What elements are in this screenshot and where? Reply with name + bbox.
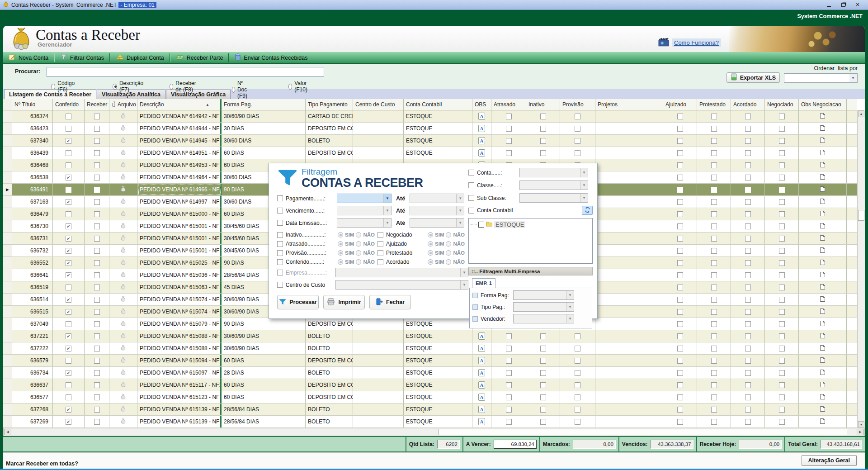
cell-descricao[interactable]: PEDIDO VENDA Nº 614944 - NF: 35... bbox=[137, 123, 222, 134]
cell-receber[interactable] bbox=[85, 342, 109, 354]
atrasado-checkbox[interactable] bbox=[277, 241, 283, 247]
cell-acordado[interactable] bbox=[731, 147, 765, 159]
cell-obs-negociacao[interactable] bbox=[799, 294, 847, 305]
cell-ajuizado[interactable] bbox=[663, 367, 697, 379]
cell-protestado[interactable] bbox=[697, 391, 731, 403]
cell-acordado[interactable] bbox=[731, 391, 765, 403]
provisao-checkbox[interactable] bbox=[575, 346, 580, 351]
cell-centro-custo[interactable] bbox=[353, 147, 404, 159]
inativo-checkbox[interactable] bbox=[540, 126, 546, 132]
ajuizado-checkbox[interactable] bbox=[677, 138, 683, 144]
ajuizado-checkbox[interactable] bbox=[677, 321, 683, 327]
receber-checkbox[interactable] bbox=[94, 333, 100, 339]
cell-protestado[interactable] bbox=[697, 233, 731, 244]
cell-receber[interactable] bbox=[85, 135, 109, 147]
cell-protestado[interactable] bbox=[697, 245, 731, 256]
cell-titulo[interactable]: 636538 bbox=[12, 171, 53, 183]
cell-arquivo[interactable] bbox=[109, 391, 137, 403]
tree-node-checkbox[interactable] bbox=[478, 222, 484, 228]
cell-ajuizado[interactable] bbox=[663, 269, 697, 281]
cell-conferido[interactable] bbox=[53, 379, 85, 391]
nao-radio[interactable] bbox=[356, 232, 361, 237]
cell-receber[interactable] bbox=[85, 171, 109, 183]
cell-descricao[interactable]: PEDIDO VENDA Nº 615074 - NF: 35... bbox=[137, 306, 222, 318]
cell-acordado[interactable] bbox=[731, 171, 765, 183]
data-emissa-o-from-dropdown[interactable]: ▼ bbox=[337, 218, 392, 228]
cell-tipo-pagamento[interactable]: BOLETO bbox=[306, 330, 353, 342]
search-radio-descric-a-o-f7[interactable]: Descrição (F7) bbox=[113, 80, 145, 93]
cell-descricao[interactable]: PEDIDO VENDA Nº 615001 - NF: 35... bbox=[137, 220, 222, 232]
cell-protestado[interactable] bbox=[697, 110, 731, 122]
conferido-checkbox[interactable]: ✔ bbox=[66, 407, 71, 413]
cell-centro-custo[interactable] bbox=[353, 342, 404, 354]
cell-arquivo[interactable] bbox=[109, 404, 137, 415]
cell-titulo[interactable]: 636468 bbox=[12, 159, 53, 171]
ajuizado-checkbox[interactable] bbox=[677, 394, 683, 400]
cell-arquivo[interactable] bbox=[109, 330, 137, 342]
negociado-checkbox[interactable] bbox=[779, 187, 785, 193]
cell-negociado[interactable] bbox=[765, 123, 799, 134]
ajuizado-checkbox[interactable] bbox=[677, 260, 683, 266]
cell-protestado[interactable] bbox=[697, 171, 731, 183]
cell-ajuizado[interactable] bbox=[663, 135, 697, 147]
receber-checkbox[interactable] bbox=[94, 211, 100, 217]
cell-negociado[interactable] bbox=[765, 404, 799, 415]
cell-tipo-pagamento[interactable]: DEPOSITO EM CO... bbox=[306, 379, 353, 391]
tipo-pag-dropdown[interactable]: ▼ bbox=[513, 302, 574, 312]
cell-obs-negociacao[interactable] bbox=[799, 184, 847, 195]
column-header-atrasado[interactable]: Atrasado bbox=[491, 99, 526, 110]
acordado-checkbox[interactable] bbox=[745, 272, 751, 278]
table-row[interactable]: 636577PEDIDO VENDA Nº 615123 - NF: 35...… bbox=[3, 391, 857, 404]
search-input[interactable] bbox=[47, 67, 324, 77]
cell-protestado[interactable] bbox=[697, 306, 731, 318]
cell-negociado[interactable] bbox=[765, 391, 799, 403]
sim-radio[interactable] bbox=[338, 250, 343, 256]
receber-checkbox[interactable] bbox=[94, 309, 100, 315]
cell-conferido[interactable]: ✔ bbox=[53, 330, 85, 342]
tab-listagem-de-contas-a-receber[interactable]: Listagem de Contas a Receber bbox=[4, 89, 96, 99]
cell-negociado[interactable] bbox=[765, 306, 799, 318]
receber-checkbox[interactable] bbox=[94, 285, 100, 290]
cell-descricao[interactable]: PEDIDO VENDA Nº 615000 - NF: 35... bbox=[137, 208, 222, 220]
cell-receber[interactable] bbox=[85, 245, 109, 256]
negociado-checkbox[interactable] bbox=[779, 358, 785, 364]
table-row[interactable]: 637221✔PEDIDO VENDA Nº 615088 - NF: 35..… bbox=[3, 330, 857, 342]
cell-protestado[interactable] bbox=[697, 294, 731, 305]
acordado-checkbox[interactable] bbox=[745, 297, 751, 303]
protestado-checkbox[interactable] bbox=[711, 150, 717, 156]
cell-conta-contabil[interactable]: ESTOQUE bbox=[404, 318, 472, 330]
scroll-up-icon[interactable]: ▲ bbox=[858, 110, 864, 117]
obs-note-icon[interactable]: A bbox=[478, 418, 485, 425]
acordado-checkbox[interactable] bbox=[745, 309, 751, 315]
cell-centro-custo[interactable] bbox=[353, 367, 404, 379]
negociado-checkbox[interactable] bbox=[779, 285, 785, 290]
cell-inativo[interactable] bbox=[526, 416, 560, 427]
obs-note-icon[interactable]: A bbox=[478, 332, 485, 340]
negociado-checkbox[interactable] bbox=[779, 272, 785, 278]
cell-obs-negociacao[interactable] bbox=[799, 257, 847, 269]
nao-radio[interactable] bbox=[446, 241, 451, 247]
table-row[interactable]: 637049PEDIDO VENDA Nº 615079 - NF: 35...… bbox=[3, 318, 857, 330]
inativo-checkbox[interactable] bbox=[540, 138, 546, 144]
cell-descricao[interactable]: PEDIDO VENDA Nº 614953 - NF: 35... bbox=[137, 159, 222, 171]
column-header-obs[interactable]: OBS bbox=[472, 99, 491, 110]
cell-ajuizado[interactable] bbox=[663, 110, 697, 122]
cell-protestado[interactable] bbox=[697, 416, 731, 427]
cell-obs-negociacao[interactable] bbox=[799, 342, 847, 354]
cell-atrasado[interactable] bbox=[491, 379, 526, 391]
cell-conferido[interactable]: ✔ bbox=[53, 196, 85, 208]
tab-emp-1[interactable]: EMP. 1 bbox=[472, 278, 495, 288]
cell-forma-pag[interactable]: 28/56/84 DIAS bbox=[222, 416, 306, 427]
cell-protestado[interactable] bbox=[697, 184, 731, 195]
cell-inativo[interactable] bbox=[526, 135, 560, 147]
acordado-checkbox[interactable] bbox=[745, 382, 751, 388]
cell-obs[interactable]: A bbox=[472, 330, 491, 342]
cell-projetos[interactable] bbox=[595, 233, 663, 244]
cell-titulo[interactable]: 637340 bbox=[12, 135, 53, 147]
restore-button[interactable] bbox=[839, 2, 847, 8]
radio-circle-icon[interactable] bbox=[232, 87, 235, 93]
cell-descricao[interactable]: PEDIDO VENDA Nº 615079 - NF: 35... bbox=[137, 318, 222, 330]
cell-receber[interactable] bbox=[85, 123, 109, 134]
conta-dropdown[interactable]: ▼ bbox=[519, 168, 588, 177]
inativo-checkbox[interactable] bbox=[277, 232, 283, 238]
